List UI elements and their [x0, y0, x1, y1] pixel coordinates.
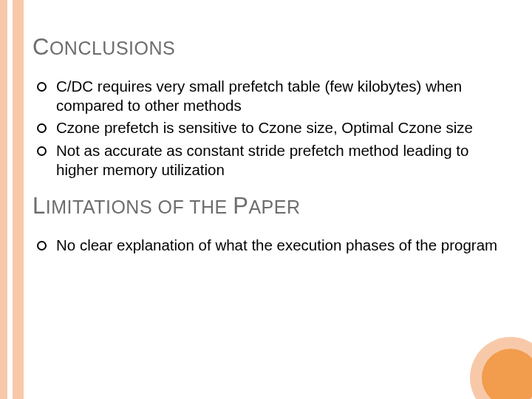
left-stripe-1 [0, 0, 7, 399]
left-stripe-2 [13, 0, 24, 399]
heading-conclusions-rest: ONCLUSIONS [50, 38, 175, 58]
list-item: C/DC requires very small prefetch table … [49, 77, 514, 115]
heading-conclusions-cap: C [33, 34, 50, 60]
limitations-list: No clear explanation of what the executi… [33, 236, 514, 255]
heading-limitations-mid2: APER [248, 197, 300, 217]
heading-limitations-cap2: P [233, 193, 248, 219]
heading-conclusions: CONCLUSIONS [33, 34, 514, 61]
heading-limitations: LIMITATIONS OF THE PAPER [33, 193, 514, 219]
conclusions-list: C/DC requires very small prefetch table … [33, 77, 514, 180]
slide-content: CONCLUSIONS C/DC requires very small pre… [33, 27, 514, 259]
heading-limitations-mid1: IMITATIONS OF THE [46, 197, 233, 217]
list-item: Czone prefetch is sensitive to Czone siz… [49, 118, 514, 137]
heading-limitations-cap1: L [33, 193, 46, 219]
list-item: Not as accurate as constant stride prefe… [49, 141, 514, 180]
list-item: No clear explanation of what the executi… [49, 236, 514, 255]
